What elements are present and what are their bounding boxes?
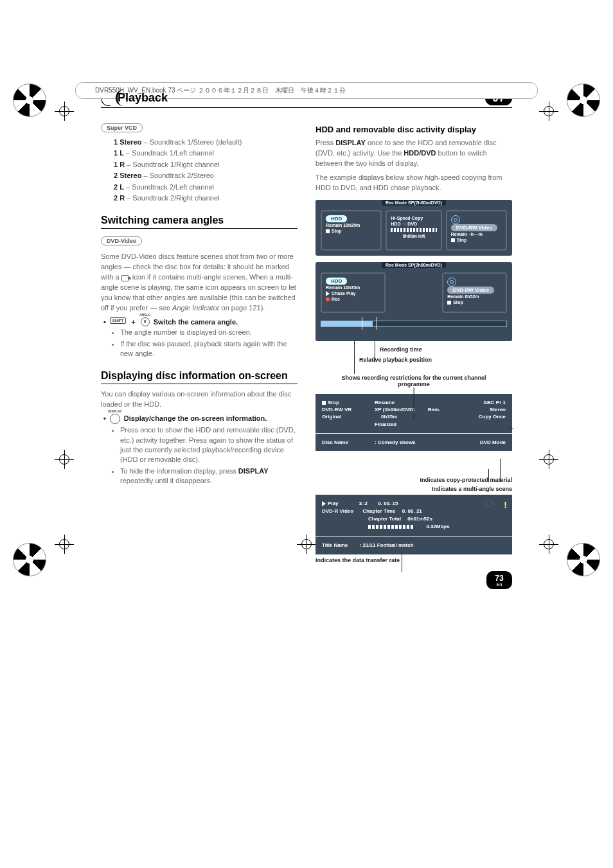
osd-left-panel: HDD Remain 10h35m Chase Play Rec [321, 272, 386, 313]
osd-info-panel: Title Name : 21/11 Football match [315, 536, 512, 554]
leader-line [488, 469, 489, 482]
osd-field: Stop [322, 399, 367, 406]
osd-state: Stop [447, 299, 502, 305]
camera-angle-icon [485, 500, 494, 506]
step-text: Display/change the on-screen information… [124, 414, 267, 423]
crop-mark [539, 535, 558, 554]
osd-field: Stereo [470, 406, 506, 413]
osd-remain: Remain 0h52m [447, 294, 502, 299]
badge-dvd-video: DVD-Video [101, 236, 142, 245]
crop-mark [55, 535, 74, 554]
page-language: En [497, 582, 502, 587]
osd-field: DVD-R Video [322, 508, 353, 514]
section-displaying-info: Displaying disc information on-screen [101, 370, 298, 384]
print-registration-mark [567, 84, 600, 117]
list-item: 2 L – Soundtrack 2/Left channel [114, 182, 298, 192]
osd-field: XP (1h00m/DVD) Rem. 0h35m [375, 406, 463, 420]
paragraph: Some DVD-Video discs feature scenes shot… [101, 252, 298, 314]
step-text: Switch the camera angle. [154, 317, 238, 326]
crop-mark [539, 102, 558, 121]
osd-field: 3–2 [359, 500, 368, 506]
paragraph: Press DISPLAY once to see the HDD and re… [315, 138, 512, 169]
osd-left-panel: HDD Remain 10h35m Stop [321, 210, 382, 251]
list-item: 1 R – Soundtrack 1/Right channel [114, 160, 298, 170]
list-item: To hide the information display, press D… [120, 466, 298, 486]
print-registration-mark [13, 543, 46, 576]
osd-progress [391, 228, 436, 232]
hdd-pill: HDD [326, 215, 347, 222]
osd-field: : 21/11 Football match [360, 542, 414, 548]
page-number: 73 [495, 574, 503, 582]
osd-mid-panel: Hi-Speed Copy HDD → DVD 0h08m left [386, 210, 441, 251]
osd-copy-title: Hi-Speed Copy [391, 215, 436, 221]
step-notes: The angle number is displayed on-screen.… [101, 328, 298, 359]
osd-right-panel: DVD-RW Video Remain –h––m Stop [446, 210, 507, 251]
callout-relative-position: Relative playback position [359, 357, 512, 363]
osd-info-panel: ! Play 3–2 0. 00. 15 DVD-R Video Chapter… [315, 495, 512, 536]
camera-angle-icon [121, 274, 130, 281]
osd-field: Disc Name [322, 439, 367, 446]
display-button-icon: DISPLAY [110, 414, 120, 424]
osd-field: Finalized [375, 421, 463, 428]
osd-field: Resume [375, 399, 463, 406]
leader-line [508, 429, 513, 429]
crop-mark [539, 450, 558, 469]
leader-line [500, 459, 501, 482]
crop-mark [55, 450, 74, 469]
osd-right-panel: DVD-RW Video Remain 0h52m Stop [442, 272, 507, 313]
list-item: Press once to show the HDD and removable… [120, 425, 298, 465]
osd-rec-mode: Rec Mode SP(2h00m/DVD) [382, 262, 446, 268]
osd-timeline [321, 317, 507, 336]
shift-key-icon: SHIFT [110, 317, 126, 324]
osd-remain: Remain –h––m [451, 231, 502, 237]
osd-state: Chase Play [326, 290, 380, 296]
osd-state: Rec [326, 296, 380, 302]
transfer-rate-bar [368, 525, 413, 529]
hdd-pill: HDD [326, 278, 347, 285]
leader-line [354, 341, 355, 374]
osd-field: Original [322, 413, 367, 420]
audio-mode-list: 1 Stereo – Soundtrack 1/Stereo (default)… [101, 137, 298, 203]
callout-transfer-rate: Indicates the data transfer rate [315, 557, 512, 563]
osd-field: Play [328, 500, 338, 506]
list-item: The angle number is displayed on-screen. [120, 328, 298, 337]
osd-field: : Comedy shows [375, 439, 463, 446]
dvd-pill: DVD-RW Video [451, 224, 498, 231]
osd-field: DVD Mode [470, 439, 506, 446]
paragraph: The example displays below show high-spe… [315, 173, 512, 193]
leader-line [375, 341, 375, 362]
page-footer: 73 En [486, 571, 512, 589]
callout-recording-time: Recording time [380, 346, 512, 353]
osd-time-left: 0h08m left [391, 233, 436, 239]
chapter-title: Playback [116, 90, 168, 106]
right-column: HDD and removable disc activity display … [315, 121, 512, 563]
list-item: 2 Stereo – Soundtrack 2/Stereo [114, 171, 298, 181]
crop-mark [55, 102, 74, 121]
step-notes: Press once to show the HDD and removable… [101, 425, 298, 486]
osd-remain: Remain 10h35m [326, 285, 380, 290]
paragraph: You can display various on-screen inform… [101, 389, 298, 410]
disc-icon [451, 215, 460, 224]
osd-field: Chapter Time [362, 508, 395, 514]
osd-field: Copy Once [470, 413, 506, 420]
osd-remain: Remain 10h35m [326, 222, 377, 228]
osd-example-copy: Rec Mode SP(2h00m/DVD) HDD Remain 10h35m… [315, 200, 512, 256]
list-item: If the disc was paused, playback starts … [120, 339, 298, 359]
osd-state: Stop [326, 228, 377, 234]
print-registration-mark [13, 84, 46, 117]
callout-copy-protected: Indicates copy-protected material [315, 477, 512, 483]
osd-field: Title Name [322, 542, 348, 548]
step-display-info: • DISPLAY Display/change the on-screen i… [103, 414, 298, 424]
callout-multi-angle: Indicates a multi-angle scene [315, 486, 512, 492]
list-item: 2 R – Soundtrack 2/Right channel [114, 193, 298, 203]
step-switch-angle: • SHIFT + ANGLE 6 Switch the camera angl… [103, 317, 298, 326]
dvd-pill: DVD-RW Video [447, 287, 494, 294]
osd-field: 0. 00. 21 [402, 508, 422, 514]
osd-example-chase: Rec Mode SP(2h00m/DVD) HDD Remain 10h35m… [315, 262, 512, 341]
print-registration-mark [567, 543, 600, 576]
warning-icon: ! [504, 499, 507, 512]
osd-field: Chapter Total [368, 516, 401, 522]
angle-button-icon: ANGLE 6 [141, 317, 150, 326]
osd-field: 0h01m52s [407, 516, 432, 522]
annotated-info-panel-1: Shows recording restrictions for the cur… [315, 375, 512, 451]
